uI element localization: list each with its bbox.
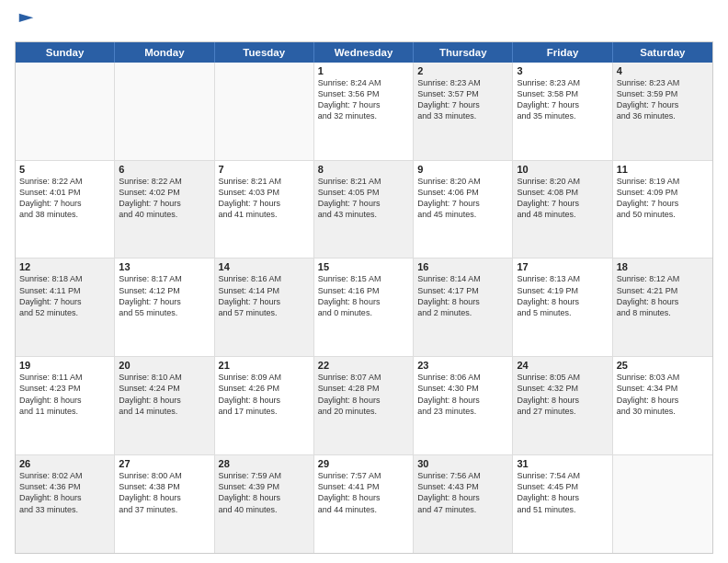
- day-number: 26: [19, 458, 110, 469]
- calendar-cell-day-11: 11Sunrise: 8:19 AM Sunset: 4:09 PM Dayli…: [613, 161, 712, 259]
- day-number: 13: [119, 261, 210, 272]
- calendar-row-4: 26Sunrise: 8:02 AM Sunset: 4:36 PM Dayli…: [16, 455, 712, 553]
- day-number: 16: [417, 261, 508, 272]
- cell-info: Sunrise: 8:20 AM Sunset: 4:08 PM Dayligh…: [517, 176, 608, 221]
- day-number: 17: [517, 261, 608, 272]
- cell-info: Sunrise: 8:06 AM Sunset: 4:30 PM Dayligh…: [417, 372, 508, 417]
- cell-info: Sunrise: 8:13 AM Sunset: 4:19 PM Dayligh…: [517, 273, 608, 318]
- calendar-cell-day-3: 3Sunrise: 8:23 AM Sunset: 3:58 PM Daylig…: [513, 63, 612, 160]
- cell-info: Sunrise: 8:24 AM Sunset: 3:56 PM Dayligh…: [318, 77, 409, 122]
- day-number: 20: [119, 360, 210, 371]
- weekday-header-thursday: Thursday: [414, 42, 513, 63]
- cell-info: Sunrise: 8:10 AM Sunset: 4:24 PM Dayligh…: [119, 372, 210, 417]
- calendar-cell-empty: [115, 63, 214, 160]
- calendar-cell-day-22: 22Sunrise: 8:07 AM Sunset: 4:28 PM Dayli…: [314, 357, 414, 454]
- calendar-row-1: 5Sunrise: 8:22 AM Sunset: 4:01 PM Daylig…: [16, 161, 712, 259]
- calendar-cell-day-27: 27Sunrise: 8:00 AM Sunset: 4:38 PM Dayli…: [115, 455, 214, 553]
- cell-info: Sunrise: 8:15 AM Sunset: 4:16 PM Dayligh…: [318, 273, 409, 318]
- calendar-cell-day-23: 23Sunrise: 8:06 AM Sunset: 4:30 PM Dayli…: [414, 357, 513, 454]
- calendar-cell-day-20: 20Sunrise: 8:10 AM Sunset: 4:24 PM Dayli…: [115, 357, 214, 454]
- calendar-cell-day-12: 12Sunrise: 8:18 AM Sunset: 4:11 PM Dayli…: [16, 259, 115, 356]
- cell-info: Sunrise: 8:03 AM Sunset: 4:34 PM Dayligh…: [617, 372, 709, 417]
- day-number: 5: [19, 164, 110, 175]
- weekday-header-monday: Monday: [115, 42, 214, 63]
- cell-info: Sunrise: 8:11 AM Sunset: 4:23 PM Dayligh…: [19, 372, 110, 417]
- cell-info: Sunrise: 8:16 AM Sunset: 4:14 PM Dayligh…: [219, 273, 310, 318]
- day-number: 4: [617, 65, 709, 76]
- calendar-body: 1Sunrise: 8:24 AM Sunset: 3:56 PM Daylig…: [16, 63, 712, 553]
- cell-info: Sunrise: 7:57 AM Sunset: 4:41 PM Dayligh…: [318, 470, 409, 515]
- cell-info: Sunrise: 8:22 AM Sunset: 4:02 PM Dayligh…: [119, 176, 210, 221]
- day-number: 18: [617, 261, 709, 272]
- svg-marker-0: [19, 14, 34, 22]
- cell-info: Sunrise: 8:20 AM Sunset: 4:06 PM Dayligh…: [417, 176, 508, 221]
- calendar-cell-empty: [613, 455, 712, 553]
- day-number: 15: [318, 261, 409, 272]
- calendar-cell-day-29: 29Sunrise: 7:57 AM Sunset: 4:41 PM Dayli…: [314, 455, 414, 553]
- weekday-header-friday: Friday: [513, 42, 612, 63]
- weekday-header-saturday: Saturday: [613, 42, 712, 63]
- day-number: 31: [517, 458, 608, 469]
- day-number: 24: [517, 360, 608, 371]
- cell-info: Sunrise: 8:23 AM Sunset: 3:57 PM Dayligh…: [417, 77, 508, 122]
- calendar-cell-empty: [215, 63, 314, 160]
- day-number: 8: [318, 164, 409, 175]
- cell-info: Sunrise: 8:21 AM Sunset: 4:05 PM Dayligh…: [318, 176, 409, 221]
- calendar-cell-day-1: 1Sunrise: 8:24 AM Sunset: 3:56 PM Daylig…: [314, 63, 414, 160]
- cell-info: Sunrise: 7:54 AM Sunset: 4:45 PM Dayligh…: [517, 470, 608, 515]
- day-number: 25: [617, 360, 709, 371]
- day-number: 1: [318, 65, 409, 76]
- calendar-cell-day-6: 6Sunrise: 8:22 AM Sunset: 4:02 PM Daylig…: [115, 161, 214, 259]
- cell-info: Sunrise: 8:09 AM Sunset: 4:26 PM Dayligh…: [219, 372, 310, 417]
- calendar-cell-day-28: 28Sunrise: 7:59 AM Sunset: 4:39 PM Dayli…: [215, 455, 314, 553]
- calendar-cell-day-14: 14Sunrise: 8:16 AM Sunset: 4:14 PM Dayli…: [215, 259, 314, 356]
- cell-info: Sunrise: 8:00 AM Sunset: 4:38 PM Dayligh…: [119, 470, 210, 515]
- calendar-cell-day-9: 9Sunrise: 8:20 AM Sunset: 4:06 PM Daylig…: [414, 161, 513, 259]
- calendar-cell-day-18: 18Sunrise: 8:12 AM Sunset: 4:21 PM Dayli…: [613, 259, 712, 356]
- calendar-cell-day-31: 31Sunrise: 7:54 AM Sunset: 4:45 PM Dayli…: [513, 455, 612, 553]
- cell-info: Sunrise: 8:14 AM Sunset: 4:17 PM Dayligh…: [417, 273, 508, 318]
- calendar-cell-day-16: 16Sunrise: 8:14 AM Sunset: 4:17 PM Dayli…: [414, 259, 513, 356]
- calendar-cell-day-8: 8Sunrise: 8:21 AM Sunset: 4:05 PM Daylig…: [314, 161, 414, 259]
- cell-info: Sunrise: 7:56 AM Sunset: 4:43 PM Dayligh…: [417, 470, 508, 515]
- cell-info: Sunrise: 8:19 AM Sunset: 4:09 PM Dayligh…: [617, 176, 709, 221]
- cell-info: Sunrise: 8:21 AM Sunset: 4:03 PM Dayligh…: [219, 176, 310, 221]
- day-number: 12: [19, 261, 110, 272]
- day-number: 11: [617, 164, 709, 175]
- calendar-cell-day-7: 7Sunrise: 8:21 AM Sunset: 4:03 PM Daylig…: [215, 161, 314, 259]
- day-number: 29: [318, 458, 409, 469]
- day-number: 21: [219, 360, 310, 371]
- calendar-cell-day-2: 2Sunrise: 8:23 AM Sunset: 3:57 PM Daylig…: [414, 63, 513, 160]
- logo: [15, 11, 37, 36]
- day-number: 30: [417, 458, 508, 469]
- calendar-cell-day-25: 25Sunrise: 8:03 AM Sunset: 4:34 PM Dayli…: [613, 357, 712, 454]
- calendar-cell-day-26: 26Sunrise: 8:02 AM Sunset: 4:36 PM Dayli…: [16, 455, 115, 553]
- cell-info: Sunrise: 8:22 AM Sunset: 4:01 PM Dayligh…: [19, 176, 110, 221]
- calendar-cell-day-10: 10Sunrise: 8:20 AM Sunset: 4:08 PM Dayli…: [513, 161, 612, 259]
- cell-info: Sunrise: 8:23 AM Sunset: 3:59 PM Dayligh…: [617, 77, 709, 122]
- calendar-cell-day-19: 19Sunrise: 8:11 AM Sunset: 4:23 PM Dayli…: [16, 357, 115, 454]
- day-number: 19: [19, 360, 110, 371]
- calendar-row-2: 12Sunrise: 8:18 AM Sunset: 4:11 PM Dayli…: [16, 259, 712, 357]
- weekday-header-sunday: Sunday: [16, 42, 115, 63]
- cell-info: Sunrise: 8:23 AM Sunset: 3:58 PM Dayligh…: [517, 77, 608, 122]
- day-number: 9: [417, 164, 508, 175]
- cell-info: Sunrise: 8:05 AM Sunset: 4:32 PM Dayligh…: [517, 372, 608, 417]
- day-number: 7: [219, 164, 310, 175]
- day-number: 22: [318, 360, 409, 371]
- day-number: 6: [119, 164, 210, 175]
- cell-info: Sunrise: 8:07 AM Sunset: 4:28 PM Dayligh…: [318, 372, 409, 417]
- cell-info: Sunrise: 7:59 AM Sunset: 4:39 PM Dayligh…: [219, 470, 310, 515]
- cell-info: Sunrise: 8:02 AM Sunset: 4:36 PM Dayligh…: [19, 470, 110, 515]
- weekday-header-wednesday: Wednesday: [314, 42, 414, 63]
- calendar-row-3: 19Sunrise: 8:11 AM Sunset: 4:23 PM Dayli…: [16, 357, 712, 455]
- page-header: [15, 11, 713, 36]
- logo-flag-icon: [17, 11, 37, 31]
- day-number: 14: [219, 261, 310, 272]
- cell-info: Sunrise: 8:12 AM Sunset: 4:21 PM Dayligh…: [617, 273, 709, 318]
- day-number: 23: [417, 360, 508, 371]
- calendar-cell-day-15: 15Sunrise: 8:15 AM Sunset: 4:16 PM Dayli…: [314, 259, 414, 356]
- calendar-row-0: 1Sunrise: 8:24 AM Sunset: 3:56 PM Daylig…: [16, 63, 712, 161]
- calendar-header: SundayMondayTuesdayWednesdayThursdayFrid…: [16, 42, 712, 63]
- day-number: 28: [219, 458, 310, 469]
